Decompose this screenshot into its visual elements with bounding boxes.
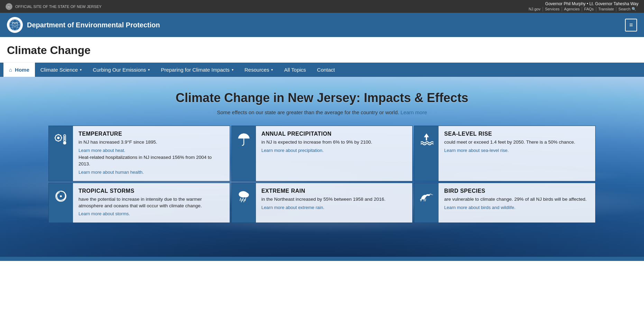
nav-item-climate-science[interactable]: Climate Science ▾ bbox=[35, 63, 87, 77]
nav-label-contact: Contact bbox=[317, 67, 335, 73]
precipitation-text1: in NJ is expected to increase from 6% to… bbox=[261, 139, 407, 146]
temperature-icon-col bbox=[49, 126, 73, 181]
nav-item-home[interactable]: ⌂ Home bbox=[3, 63, 35, 77]
nav-label-curbing-emissions: Curbing Our Emissions bbox=[93, 67, 146, 73]
nav-item-resources[interactable]: Resources ▾ bbox=[239, 63, 279, 77]
footer-bar bbox=[0, 257, 644, 261]
temperature-card: TEMPERATURE in NJ has increased 3.9°F si… bbox=[48, 126, 230, 181]
tropical-storms-link1[interactable]: Learn more about storms. bbox=[79, 211, 224, 216]
extreme-rain-card-body: EXTREME RAIN in the Northeast increased … bbox=[256, 183, 413, 223]
umbrella-icon bbox=[236, 132, 251, 147]
precipitation-card: ANNUAL PRECIPITATION in NJ is expected t… bbox=[231, 126, 413, 181]
gov-bar-links: NJ.gov Services Agencies FAQs Translate … bbox=[526, 7, 638, 11]
sea-level-card-title: SEA-LEVEL RISE bbox=[444, 131, 590, 137]
svg-line-35 bbox=[425, 199, 426, 201]
page-title-bar: Climate Change bbox=[0, 37, 644, 63]
temperature-link1[interactable]: Learn more about heat. bbox=[79, 148, 224, 153]
search-link[interactable]: Search 🔍 bbox=[616, 7, 638, 11]
temperature-text2: Heat-related hospitalizations in NJ incr… bbox=[79, 154, 224, 168]
extreme-rain-card: EXTREME RAIN in the Northeast increased … bbox=[231, 183, 413, 223]
svg-marker-23 bbox=[424, 134, 429, 141]
sea-level-link1[interactable]: Learn more about sea-level rise. bbox=[444, 148, 590, 153]
nav-item-preparing-impacts[interactable]: Preparing for Climate Impacts ▾ bbox=[155, 63, 239, 77]
svg-point-9 bbox=[57, 137, 59, 139]
svg-line-28 bbox=[240, 198, 241, 200]
bird-species-card-body: BIRD SPECIES are vulnerable to climate c… bbox=[439, 183, 595, 223]
nj-seal: NJ bbox=[6, 3, 12, 10]
svg-point-25 bbox=[60, 195, 62, 197]
bird-species-icon-col bbox=[414, 183, 439, 223]
translate-link[interactable]: Translate bbox=[596, 7, 616, 11]
hero-section: Climate Change in New Jersey: Impacts & … bbox=[0, 77, 644, 257]
gov-bar-right: Governor Phil Murphy • Lt. Governor Tahe… bbox=[526, 1, 638, 11]
dep-org-name: Department of Environmental Protection bbox=[27, 21, 160, 29]
sea-level-icon-col bbox=[414, 126, 439, 181]
svg-text:NJ: NJ bbox=[8, 6, 10, 8]
svg-line-15 bbox=[61, 140, 61, 141]
page-title: Climate Change bbox=[7, 44, 637, 57]
sea-level-card-body: SEA-LEVEL RISE could meet or exceed 1.4 … bbox=[439, 126, 595, 181]
temperature-card-title: TEMPERATURE bbox=[79, 131, 224, 137]
sea-level-card: SEA-LEVEL RISE could meet or exceed 1.4 … bbox=[414, 126, 596, 181]
svg-point-33 bbox=[430, 194, 431, 195]
official-site-text: OFFICIAL SITE OF THE STATE OF NEW JERSEY bbox=[15, 4, 102, 9]
chevron-icon-curbing-emissions: ▾ bbox=[148, 68, 150, 72]
services-link[interactable]: Services bbox=[543, 7, 562, 11]
svg-line-32 bbox=[244, 199, 245, 202]
hero-learn-more-link[interactable]: Learn more bbox=[401, 109, 427, 115]
sea-level-text1: could meet or exceed 1.4 feet by 2050. T… bbox=[444, 139, 590, 146]
hero-title: Climate Change in New Jersey: Impacts & … bbox=[7, 91, 637, 105]
temperature-text1: in NJ has increased 3.9°F since 1895. bbox=[79, 139, 224, 146]
tropical-storms-card-title: TROPICAL STORMS bbox=[79, 188, 224, 194]
chevron-icon-preparing-impacts: ▾ bbox=[232, 68, 233, 72]
svg-line-30 bbox=[245, 198, 246, 200]
svg-point-27 bbox=[242, 192, 249, 198]
tropical-storms-icon-col bbox=[49, 183, 73, 223]
bird-icon bbox=[419, 189, 434, 204]
chevron-icon-climate-science: ▾ bbox=[80, 68, 82, 72]
tropical-storms-text1: have the potential to increase in intens… bbox=[79, 196, 224, 209]
dep-globe-icon bbox=[9, 19, 21, 31]
hamburger-button[interactable]: ≡ bbox=[625, 19, 637, 31]
temperature-card-body: TEMPERATURE in NJ has increased 3.9°F si… bbox=[73, 126, 230, 181]
njgov-link[interactable]: NJ.gov bbox=[526, 7, 543, 11]
nav-label-home: Home bbox=[15, 67, 29, 73]
nav-item-contact[interactable]: Contact bbox=[312, 63, 341, 77]
extreme-rain-link1[interactable]: Learn more about extreme rain. bbox=[261, 205, 407, 210]
waves-icon bbox=[419, 132, 434, 147]
precipitation-card-body: ANNUAL PRECIPITATION in NJ is expected t… bbox=[256, 126, 413, 181]
extreme-rain-icon-col bbox=[232, 183, 256, 223]
rain-icon bbox=[236, 189, 251, 204]
nav-label-all-topics: All Topics bbox=[284, 67, 306, 73]
svg-line-31 bbox=[241, 199, 242, 202]
tropical-storms-card-body: TROPICAL STORMS have the potential to in… bbox=[73, 183, 230, 223]
dep-logo[interactable]: Department of Environmental Protection bbox=[7, 17, 160, 33]
gov-bar-left: NJ OFFICIAL SITE OF THE STATE OF NEW JER… bbox=[6, 3, 102, 10]
dep-logo-icon bbox=[7, 17, 23, 33]
precipitation-link1[interactable]: Learn more about precipitation. bbox=[261, 148, 407, 153]
temperature-link2[interactable]: Learn more about human health. bbox=[79, 170, 224, 175]
nav-item-all-topics[interactable]: All Topics bbox=[278, 63, 311, 77]
hero-subtitle: Some effects on our state are greater th… bbox=[7, 109, 637, 115]
svg-line-29 bbox=[242, 198, 243, 200]
bird-species-card: BIRD SPECIES are vulnerable to climate c… bbox=[414, 183, 596, 223]
precipitation-card-title: ANNUAL PRECIPITATION bbox=[261, 131, 407, 137]
dep-header: Department of Environmental Protection ≡ bbox=[0, 13, 644, 37]
bird-species-link1[interactable]: Learn more about birds and wildlife. bbox=[444, 205, 590, 210]
nav-item-curbing-emissions[interactable]: Curbing Our Emissions ▾ bbox=[87, 63, 155, 77]
home-icon: ⌂ bbox=[9, 67, 12, 73]
chevron-icon-resources: ▾ bbox=[271, 68, 273, 72]
thermometer-icon bbox=[53, 132, 68, 147]
svg-line-16 bbox=[56, 140, 56, 141]
faqs-link[interactable]: FAQs bbox=[582, 7, 596, 11]
bird-species-text1: are vulnerable to climate change. 29% of… bbox=[444, 196, 590, 203]
hero-content: Climate Change in New Jersey: Impacts & … bbox=[0, 77, 644, 126]
nav-label-preparing-impacts: Preparing for Climate Impacts bbox=[161, 67, 229, 73]
svg-line-17 bbox=[61, 135, 61, 136]
nav-label-climate-science: Climate Science bbox=[40, 67, 78, 73]
tropical-storms-card: TROPICAL STORMS have the potential to in… bbox=[48, 183, 230, 223]
extreme-rain-card-title: EXTREME RAIN bbox=[261, 188, 407, 194]
gov-bar: NJ OFFICIAL SITE OF THE STATE OF NEW JER… bbox=[0, 0, 644, 13]
cards-grid: TEMPERATURE in NJ has increased 3.9°F si… bbox=[0, 126, 644, 233]
agencies-link[interactable]: Agencies bbox=[562, 7, 582, 11]
